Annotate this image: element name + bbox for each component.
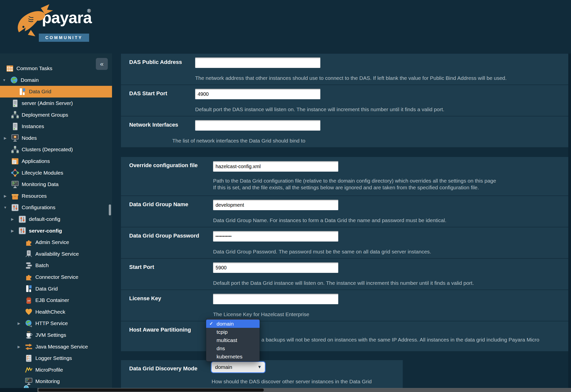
sidebar-item-server-config[interactable]: ▶server-config — [0, 225, 112, 237]
form-row-data-grid-group-password: Data Grid Group PasswordData Grid Group … — [121, 227, 568, 258]
check-icon: ✓ — [209, 320, 213, 328]
sidebar-item-label: Configurations — [22, 204, 55, 210]
coffee-icon — [25, 331, 33, 339]
registered-mark: ® — [87, 8, 91, 14]
form-row-override-configuration-file: Override configuration filePath to the D… — [121, 157, 568, 196]
puzzle-icon — [25, 273, 33, 281]
select-body[interactable]: domain▼ — [212, 362, 265, 372]
sidebar-item-instances[interactable]: Instances — [0, 121, 112, 132]
sidebar-item-admin-service[interactable]: Admin Service — [0, 237, 112, 248]
dropdown-option-label: tcpip — [217, 329, 228, 335]
sidebar-item-label: Logger Settings — [35, 355, 72, 361]
field-description: The License Key for Hazelcast Enterprise — [213, 311, 309, 317]
sidebar-item-data-grid[interactable]: Data Grid — [0, 86, 112, 98]
sidebar-item-healthcheck[interactable]: HealthCheck — [0, 306, 112, 318]
dropdown-option-label: domain — [217, 321, 234, 327]
sidebar-item-http-service[interactable]: ▶HTTP Service — [0, 318, 112, 329]
sidebar-item-applications[interactable]: Applications — [0, 155, 112, 167]
sidebar-item-microprofile[interactable]: MicroProfile — [0, 364, 112, 376]
data-grid-discovery-mode-select[interactable]: domain▼ — [211, 361, 266, 373]
puzzle-icon — [25, 238, 33, 246]
dropdown-option-label: kubernetes — [217, 354, 242, 359]
sidebar-nav: Common Tasks▼DomainData Gridserver (Admi… — [0, 53, 112, 387]
sidebar-item-connector-service[interactable]: Connector Service — [0, 271, 112, 283]
sidebar-item-availability-service[interactable]: Availability Service — [0, 248, 112, 260]
sidebar-item-nodes[interactable]: ▶Nodes — [0, 132, 112, 144]
sliders-icon — [11, 203, 19, 212]
sidebar-item-monitoring-data[interactable]: Monitoring Data — [0, 179, 112, 190]
sidebar-item-label: JVM Settings — [35, 332, 66, 338]
start-port-input[interactable] — [213, 262, 338, 273]
dropdown-option-label: multicast — [217, 337, 237, 343]
form-row-network-interfaces: Network InterfacesThe list of network in… — [121, 116, 568, 147]
sidebar-item-resources[interactable]: ▶Resources — [0, 190, 112, 202]
field-label-start-port: Start Port — [129, 264, 154, 270]
svg-text:JAR: JAR — [27, 300, 31, 302]
sidebar-item-label: Java Message Service — [35, 344, 88, 350]
sidebar-item-logger-settings[interactable]: Logger Settings — [0, 352, 112, 364]
sidebar-collapse-button[interactable]: « — [96, 58, 108, 70]
sidebar-item-label: Applications — [22, 158, 50, 164]
override-configuration-file-input[interactable] — [213, 161, 338, 172]
data-grid-icon — [25, 285, 33, 293]
sidebar-item-label: Data Grid — [29, 89, 51, 95]
jar-icon: JAR — [25, 296, 33, 304]
sidebar-item-domain[interactable]: ▼Domain — [0, 74, 112, 86]
sliders-icon — [18, 227, 26, 235]
sidebar-item-java-message-service[interactable]: ▶Java Message Service — [0, 341, 112, 352]
sidebar-item-common-tasks[interactable]: Common Tasks — [0, 63, 112, 74]
sidebar-item-batch[interactable]: Batch — [0, 260, 112, 271]
dropdown-option-multicast[interactable]: multicast — [206, 336, 260, 344]
sidebar-item-ejb-container[interactable]: JAREJB Container — [0, 294, 112, 306]
applications-icon — [11, 157, 19, 165]
dropdown-option-kubernetes[interactable]: kubernetes — [206, 352, 260, 361]
batch-icon — [25, 261, 33, 270]
host-discovery-dropdown-menu: ✓domaintcpipmulticastdnskubernetes — [206, 318, 260, 361]
expander-closed-icon[interactable]: ▶ — [3, 136, 8, 140]
sidebar-item-label: Connector Service — [35, 274, 78, 280]
sidebar-item-server-admin-server[interactable]: server (Admin Server) — [0, 98, 112, 109]
sidebar-item-default-config[interactable]: ▶default-config — [0, 213, 112, 225]
dropdown-option-dns[interactable]: dns — [206, 344, 260, 352]
das-public-address-input[interactable] — [195, 57, 320, 68]
data-grid-group-name-input[interactable] — [213, 200, 338, 210]
expander-closed-icon[interactable]: ▶ — [16, 345, 21, 349]
sidebar-item-label: Nodes — [22, 135, 37, 141]
expander-closed-icon[interactable]: ▶ — [10, 229, 15, 233]
sidebar-item-deployment-groups[interactable]: Deployment Groups — [0, 109, 112, 121]
expander-open-icon[interactable]: ▼ — [2, 78, 7, 82]
expander-closed-icon[interactable]: ▶ — [16, 321, 21, 325]
expander-closed-icon[interactable]: ▶ — [10, 217, 15, 221]
network-interfaces-input[interactable] — [195, 120, 320, 131]
cluster-icon — [11, 146, 19, 154]
field-label-network-interfaces: Network Interfaces — [129, 122, 178, 128]
sidebar-item-clusters-deprecated[interactable]: Clusters (Deprecated) — [0, 144, 112, 155]
field-description: Default port the DAS instance will liste… — [195, 106, 444, 112]
data-grid-group-password-input[interactable] — [213, 231, 338, 242]
form-row-license-key: License KeyThe License Key for Hazelcast… — [121, 290, 568, 321]
sidebar-item-label: Monitoring — [35, 378, 60, 384]
sidebar-item-label: Instances — [22, 123, 44, 129]
expander-open-icon[interactable]: ▼ — [3, 205, 8, 209]
server-icon — [11, 99, 19, 107]
field-description: Data Grid Group Password. The password m… — [213, 249, 431, 255]
das-start-port-input[interactable] — [195, 89, 320, 99]
sidebar-item-configurations[interactable]: ▼Configurations — [0, 202, 112, 213]
sidebar-scrollbar-thumb[interactable] — [109, 204, 111, 215]
sidebar-item-label: HealthCheck — [35, 309, 65, 315]
form-row-start-port: Start PortDefault port the Data Grid ins… — [121, 259, 568, 290]
sidebar-item-lifecycle-modules[interactable]: Lifecycle Modules — [0, 167, 112, 179]
license-key-input[interactable] — [213, 294, 338, 304]
sidebar-item-data-grid[interactable]: Data Grid — [0, 283, 112, 294]
field-description: If this is set, and the file exists, all… — [213, 185, 479, 191]
expander-closed-icon[interactable]: ▶ — [3, 194, 8, 198]
sidebar-item-jvm-settings[interactable]: JVM Settings — [0, 329, 112, 341]
field-description: Path to the Data Grid configuration file… — [213, 178, 496, 184]
horizontal-scroll-thumb[interactable] — [38, 389, 264, 392]
dropdown-option-tcpip[interactable]: tcpip — [206, 328, 260, 336]
lifecycle-icon — [11, 169, 19, 177]
main-vertical-scroll-track[interactable] — [568, 53, 571, 388]
dropdown-option-domain[interactable]: ✓domain — [206, 320, 260, 328]
sidebar-item-monitoring[interactable]: Monitoring — [0, 376, 112, 387]
http-globe-icon — [25, 319, 33, 328]
